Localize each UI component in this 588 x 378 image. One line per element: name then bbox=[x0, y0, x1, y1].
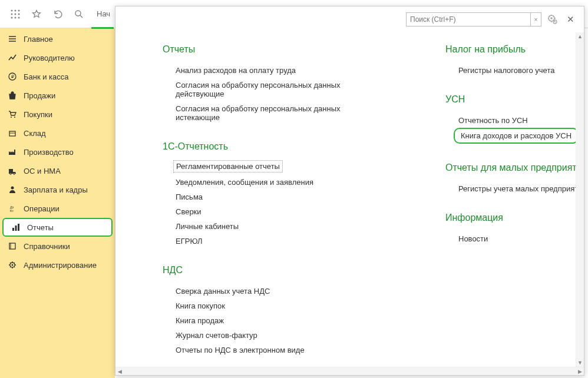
sidebar-item-11[interactable]: Справочники bbox=[0, 237, 115, 256]
sidebar-item-3[interactable]: Продажи bbox=[0, 86, 115, 105]
svg-point-14 bbox=[14, 117, 15, 118]
menu-link[interactable]: Личные кабинеты bbox=[163, 219, 387, 234]
sidebar-item-label: Главное bbox=[24, 35, 53, 44]
menu-link[interactable]: Отчетность по УСН bbox=[445, 113, 576, 128]
sidebar-item-9[interactable]: ДтКтОперации bbox=[0, 199, 115, 218]
search-input[interactable] bbox=[407, 13, 530, 26]
factory-icon bbox=[6, 148, 19, 156]
sidebar-item-6[interactable]: Производство bbox=[0, 142, 115, 161]
section-title[interactable]: НДС bbox=[163, 265, 387, 276]
sidebar-item-1[interactable]: Руководителю bbox=[0, 48, 115, 67]
svg-point-8 bbox=[18, 16, 20, 18]
sidebar-item-7[interactable]: ОС и НМА bbox=[0, 161, 115, 180]
sidebar-item-label: Отчеты bbox=[27, 223, 54, 232]
sidebar-item-5[interactable]: Склад bbox=[0, 124, 115, 142]
menu-link[interactable]: Сверка данных учета НДС bbox=[163, 284, 387, 299]
ops-icon: ДтКт bbox=[6, 204, 19, 213]
menu-link[interactable]: Согласия на обработку персональных данны… bbox=[163, 101, 387, 125]
horizontal-scrollbar[interactable]: ◀ ▶ bbox=[115, 367, 584, 375]
scroll-left-icon[interactable]: ◀ bbox=[115, 367, 124, 375]
gear-icon bbox=[6, 261, 19, 269]
section-title[interactable]: Налог на прибыль bbox=[445, 44, 576, 55]
svg-rect-21 bbox=[12, 228, 14, 231]
menu-link[interactable]: Книга продаж bbox=[163, 313, 387, 328]
menu-link[interactable]: Согласия на обработку персональных данны… bbox=[163, 78, 387, 101]
panel-content: ОтчетыАнализ расходов на оплату трудаСог… bbox=[115, 32, 576, 367]
sidebar-item-label: Производство bbox=[24, 148, 74, 157]
sidebar-item-label: ОС и НМА bbox=[24, 167, 61, 175]
menu-link[interactable]: Регистры учета малых предприятий bbox=[445, 181, 576, 196]
section-title[interactable]: Отчеты bbox=[163, 44, 387, 55]
sidebar-item-2[interactable]: ₽Банк и касса bbox=[0, 67, 115, 86]
ruble-icon: ₽ bbox=[6, 72, 19, 81]
menu-link[interactable]: Регламентированные отчеты bbox=[173, 160, 283, 173]
sidebar-item-10[interactable]: Отчеты bbox=[2, 218, 113, 237]
svg-point-4 bbox=[15, 13, 16, 15]
scroll-right-icon[interactable]: ▶ bbox=[576, 367, 584, 375]
bag-icon bbox=[6, 91, 19, 100]
history-icon[interactable] bbox=[49, 6, 66, 22]
scroll-down-icon[interactable]: ▼ bbox=[576, 359, 584, 367]
menu-link[interactable]: Отчеты по НДС в электронном виде bbox=[163, 343, 387, 357]
cart-icon bbox=[6, 110, 19, 118]
sidebar-item-12[interactable]: Администрирование bbox=[0, 256, 115, 274]
svg-text:₽: ₽ bbox=[11, 74, 14, 79]
person-icon bbox=[6, 185, 19, 194]
sidebar: ГлавноеРуководителю₽Банк и кассаПродажиП… bbox=[0, 28, 115, 378]
svg-rect-15 bbox=[9, 131, 15, 136]
svg-line-10 bbox=[80, 15, 82, 18]
section-title[interactable]: 1С-Отчетность bbox=[163, 141, 387, 152]
sidebar-item-label: Справочники bbox=[24, 242, 70, 251]
svg-point-7 bbox=[15, 16, 16, 18]
svg-point-18 bbox=[11, 187, 14, 190]
tab-indicator bbox=[91, 27, 114, 29]
section-title[interactable]: Информация bbox=[445, 213, 576, 223]
star-icon[interactable] bbox=[28, 6, 45, 22]
svg-point-6 bbox=[11, 16, 13, 18]
svg-point-17 bbox=[14, 173, 15, 175]
search-clear-button[interactable]: × bbox=[530, 13, 541, 26]
search-icon[interactable] bbox=[71, 6, 87, 22]
sidebar-item-label: Зарплата и кадры bbox=[24, 185, 88, 194]
svg-text:Кт: Кт bbox=[10, 209, 14, 213]
svg-point-13 bbox=[11, 117, 12, 118]
settings-icon[interactable] bbox=[546, 14, 559, 25]
section-title[interactable]: Отчеты для малых предприятий bbox=[445, 163, 576, 173]
search-input-wrap: × bbox=[406, 12, 541, 26]
menu-link[interactable]: Уведомления, сообщения и заявления bbox=[163, 175, 387, 190]
svg-point-26 bbox=[12, 264, 14, 266]
chart-icon bbox=[6, 54, 19, 62]
sidebar-item-label: Администрирование bbox=[24, 261, 97, 270]
reports-panel: × ✕ ОтчетыАнализ расходов на оплату труд… bbox=[115, 6, 584, 376]
svg-point-30 bbox=[554, 21, 556, 22]
sidebar-item-label: Продажи bbox=[24, 91, 55, 100]
menu-link[interactable]: Журнал счетов-фактур bbox=[163, 328, 387, 343]
svg-point-9 bbox=[75, 11, 81, 16]
svg-point-0 bbox=[11, 9, 13, 11]
sidebar-item-label: Операции bbox=[24, 204, 60, 213]
topbar-tab-text[interactable]: Нач bbox=[97, 9, 110, 18]
menu-link[interactable]: Книга доходов и расходов УСН bbox=[454, 128, 576, 144]
sidebar-item-0[interactable]: Главное bbox=[0, 29, 115, 48]
menu-link[interactable]: Книга покупок bbox=[163, 299, 387, 313]
book-icon bbox=[6, 242, 19, 250]
menu-link[interactable]: Анализ расходов на оплату труда bbox=[163, 63, 387, 78]
svg-rect-22 bbox=[15, 226, 17, 231]
sidebar-item-label: Банк и касса bbox=[24, 72, 69, 81]
bars-icon bbox=[9, 223, 22, 231]
menu-link[interactable]: Сверки bbox=[163, 204, 387, 219]
apps-icon[interactable] bbox=[7, 6, 24, 22]
vertical-scrollbar[interactable]: ▲ ▼ bbox=[576, 32, 584, 367]
menu-link[interactable]: ЕГРЮЛ bbox=[163, 234, 387, 248]
close-button[interactable]: ✕ bbox=[564, 14, 577, 25]
menu-link[interactable]: Регистры налогового учета bbox=[445, 63, 576, 78]
menu-link[interactable]: Новости bbox=[445, 231, 576, 246]
sidebar-item-8[interactable]: Зарплата и кадры bbox=[0, 180, 115, 199]
scroll-up-icon[interactable]: ▲ bbox=[576, 32, 584, 41]
svg-point-3 bbox=[11, 13, 13, 15]
truck-icon bbox=[6, 167, 19, 175]
menu-link[interactable]: Письма bbox=[163, 190, 387, 204]
svg-rect-23 bbox=[18, 224, 19, 231]
section-title[interactable]: УСН bbox=[445, 94, 576, 105]
sidebar-item-4[interactable]: Покупки bbox=[0, 105, 115, 124]
